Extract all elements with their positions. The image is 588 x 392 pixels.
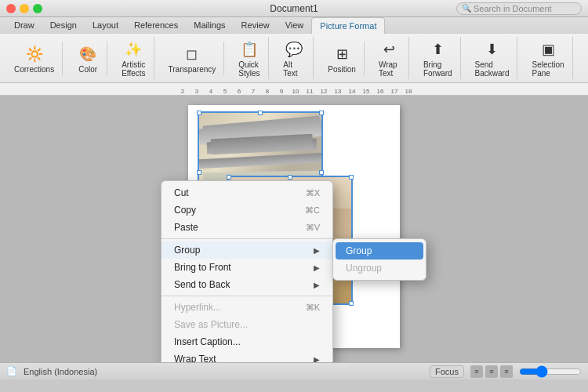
- ctx-group-submenu: Group Ungroup: [332, 238, 426, 281]
- ctx-paste-label: Paste: [174, 222, 198, 233]
- maximize-button[interactable]: [33, 4, 42, 13]
- sel-handle-tl[interactable]: [197, 111, 201, 115]
- ribbon-group-selection-pane: ▣ Selection Pane: [524, 37, 572, 79]
- ctx-group[interactable]: Group ▶ Group Ungroup: [162, 241, 332, 259]
- search-placeholder: Search in Document: [474, 4, 552, 13]
- wrap-text-button[interactable]: ↩ Wrap Text: [376, 37, 404, 79]
- ruler-mark: 18: [401, 88, 416, 95]
- quick-styles-button[interactable]: 📋 Quick Styles: [235, 37, 263, 79]
- status-icon-3: ≡: [500, 365, 513, 378]
- color-button[interactable]: 🎨 Color: [74, 42, 102, 75]
- ctx-save-as-picture-label: Save as Picture...: [174, 319, 248, 330]
- tab-mailings[interactable]: Mailings: [186, 17, 233, 34]
- status-icons: ≡ ≡ ≡: [470, 365, 513, 378]
- ruler-mark: 13: [331, 88, 345, 95]
- tab-references[interactable]: References: [126, 17, 186, 34]
- ctx-copy[interactable]: Copy ⌘C: [162, 201, 332, 219]
- status-icon-2: ≡: [485, 365, 498, 378]
- ribbon-content: 🔆 Corrections 🎨 Color ✨ Artistic Effects…: [0, 34, 588, 82]
- sel-handle-ml[interactable]: [197, 170, 201, 175]
- tab-layout[interactable]: Layout: [85, 17, 126, 34]
- submenu-ungroup[interactable]: Ungroup: [333, 260, 426, 277]
- submenu-group[interactable]: Group: [336, 242, 423, 260]
- ribbon-group-quick-styles: 📋 Quick Styles: [230, 37, 269, 79]
- tab-view[interactable]: View: [278, 17, 312, 34]
- ctx-cut[interactable]: Cut ⌘X: [162, 184, 332, 201]
- ctx-send-to-back[interactable]: Send to Back ▶: [162, 276, 332, 293]
- sel-handle-tr[interactable]: [319, 111, 324, 115]
- ctx-paste[interactable]: Paste ⌘V: [162, 219, 332, 236]
- ctx-wrap-text[interactable]: Wrap Text ▶: [162, 350, 332, 362]
- send-backward-label: Send Backward: [475, 60, 510, 78]
- ctx-hyperlink-shortcut: ⌘K: [306, 303, 320, 313]
- title-bar: Document1 🔍 Search in Document: [0, 0, 588, 17]
- document-title: Document1: [270, 3, 318, 14]
- selection-pane-button[interactable]: ▣ Selection Pane: [528, 37, 567, 79]
- tab-review[interactable]: Review: [234, 17, 278, 34]
- color-icon: 🎨: [77, 43, 99, 65]
- sel-handle2-tl[interactable]: [227, 175, 231, 180]
- ruler-mark: 3: [190, 88, 204, 95]
- send-backward-button[interactable]: ⬇ Send Backward: [472, 37, 513, 79]
- alt-text-label: Alt Text: [283, 60, 305, 78]
- context-menu: Cut ⌘X Copy ⌘C Paste ⌘V Group ▶ Group Un…: [161, 180, 333, 362]
- bring-forward-button[interactable]: ⬆ Bring Forward: [420, 37, 456, 79]
- corrections-button[interactable]: 🔆 Corrections: [11, 42, 57, 75]
- alt-text-button[interactable]: 💬 Alt Text: [280, 37, 308, 79]
- search-icon: 🔍: [462, 4, 471, 13]
- ctx-separator-2: [162, 296, 332, 296]
- ribbon-group-align: ☰ Align: [579, 42, 588, 75]
- ctx-hyperlink[interactable]: Hyperlink... ⌘K: [162, 299, 332, 316]
- focus-button[interactable]: Focus: [430, 365, 464, 378]
- align-button[interactable]: ☰ Align: [584, 42, 588, 75]
- position-label: Position: [328, 65, 356, 74]
- selection-pane-label: Selection Pane: [532, 60, 564, 78]
- tab-picture-format[interactable]: Picture Format: [311, 17, 385, 34]
- ruler-mark: 17: [387, 88, 401, 95]
- sel-handle2-tc[interactable]: [288, 175, 292, 180]
- ribbon-group-transparency: ◻ Transparency: [161, 42, 225, 75]
- ctx-group-label: Group: [174, 245, 200, 256]
- sel-handle2-tr[interactable]: [349, 175, 354, 180]
- ruler-mark: 14: [345, 88, 359, 95]
- ribbon-group-alttext: 💬 Alt Text: [275, 37, 314, 79]
- tab-draw[interactable]: Draw: [6, 17, 42, 34]
- position-button[interactable]: ⊞ Position: [325, 42, 359, 75]
- ribbon-tab-bar: Draw Design Layout References Mailings R…: [0, 17, 588, 34]
- ctx-bring-to-front-label: Bring to Front: [174, 262, 231, 273]
- zoom-slider[interactable]: [519, 367, 582, 376]
- status-right: Focus ≡ ≡ ≡: [430, 365, 582, 378]
- ctx-bring-to-front[interactable]: Bring to Front ▶: [162, 259, 332, 276]
- ribbon-group-corrections: 🔆 Corrections: [6, 42, 63, 75]
- ribbon-group-position: ⊞ Position: [320, 42, 365, 75]
- quick-styles-label: Quick Styles: [238, 60, 260, 78]
- transparency-button[interactable]: ◻ Transparency: [165, 42, 220, 75]
- artistic-effects-button[interactable]: ✨ Artistic Effects: [118, 37, 148, 79]
- ruler-mark: 15: [359, 88, 373, 95]
- ctx-insert-caption[interactable]: Insert Caption...: [162, 333, 332, 350]
- ribbon-group-wrap-text: ↩ Wrap Text: [371, 37, 409, 79]
- ctx-save-as-picture[interactable]: Save as Picture...: [162, 316, 332, 333]
- ruler-marks: 2 3 4 5 6 7 8 9 10 11 12 13 14 15 16 17 …: [0, 83, 588, 95]
- ctx-group-arrow: ▶: [314, 246, 320, 255]
- ruler-mark: 11: [303, 88, 317, 95]
- bring-forward-icon: ⬆: [426, 38, 448, 60]
- ruler: 2 3 4 5 6 7 8 9 10 11 12 13 14 15 16 17 …: [0, 83, 588, 96]
- ruler-mark: 6: [232, 88, 246, 95]
- ctx-paste-shortcut: ⌘V: [306, 223, 320, 233]
- language-indicator: English (Indonesia): [24, 367, 97, 376]
- search-bar[interactable]: 🔍 Search in Document: [456, 2, 582, 15]
- ctx-hyperlink-label: Hyperlink...: [174, 302, 221, 313]
- sel-handle-tc[interactable]: [258, 111, 263, 115]
- minimize-button[interactable]: [20, 4, 29, 13]
- sel-handle-mr[interactable]: [319, 170, 324, 175]
- ribbon-group-bring-forward: ⬆ Bring Forward: [416, 37, 461, 79]
- sel-handle2-br[interactable]: [349, 301, 354, 306]
- ctx-insert-caption-label: Insert Caption...: [174, 336, 241, 347]
- ruler-mark: 10: [289, 88, 303, 95]
- send-backward-icon: ⬇: [481, 38, 503, 60]
- tab-design[interactable]: Design: [42, 17, 85, 34]
- ribbon-group-color: 🎨 Color: [69, 42, 107, 75]
- ruler-mark: 5: [218, 88, 232, 95]
- close-button[interactable]: [6, 4, 16, 13]
